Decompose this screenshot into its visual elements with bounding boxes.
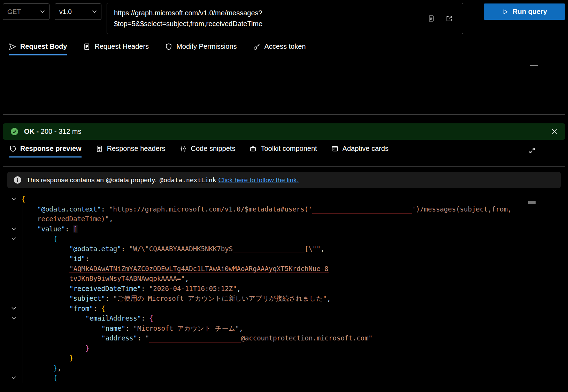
token-punc: : xyxy=(125,324,133,332)
indent-guide xyxy=(39,323,39,333)
code-line: } xyxy=(3,343,565,353)
tab-adaptive-cards[interactable]: Adaptive cards xyxy=(331,145,389,157)
token-key: "subject" xyxy=(69,294,105,302)
tab-request-headers[interactable]: Request Headers xyxy=(83,43,149,55)
token-key: "from" xyxy=(69,305,93,312)
token-str: "Microsoft アカウント チーム" xyxy=(133,324,239,332)
version-dropdown[interactable]: v1.0 xyxy=(55,3,101,20)
token-punc: , xyxy=(239,324,243,332)
url-line-1: https://graph.microsoft.com/v1.0/me/mess… xyxy=(114,8,423,18)
collapse-chevron-icon[interactable] xyxy=(9,313,18,323)
collapse-chevron-icon[interactable] xyxy=(9,234,18,244)
tab-response-headers[interactable]: Response headers xyxy=(95,145,166,157)
method-label: GET xyxy=(7,8,21,16)
code-braces-icon xyxy=(179,145,187,153)
indent-guide xyxy=(23,224,23,234)
status-banner: OK - 200 - 312 ms xyxy=(3,123,565,140)
run-query-button[interactable]: Run query xyxy=(484,3,565,20)
code-line: }, xyxy=(3,363,565,373)
send-icon xyxy=(9,43,16,51)
indent-guide xyxy=(55,323,55,333)
token-punc: : xyxy=(65,225,73,233)
close-icon[interactable] xyxy=(550,127,559,136)
token-b2m: [ xyxy=(73,225,77,233)
token-b1: { xyxy=(101,305,105,312)
token-key: "emailAddress" xyxy=(85,314,141,322)
token-b2: { xyxy=(149,314,153,322)
follow-link[interactable]: Click here to follow the link. xyxy=(218,176,299,184)
indent-guide xyxy=(71,333,71,343)
tab-request-body[interactable]: Request Body xyxy=(9,43,67,55)
chevron-down-icon xyxy=(40,10,45,13)
token-key: "@odata.context" xyxy=(37,205,101,213)
tab-label: Modify Permissions xyxy=(176,43,237,51)
token-punc: , xyxy=(109,215,113,223)
token-key: "address" xyxy=(101,334,137,342)
indent-guide xyxy=(23,293,23,303)
indent-guide xyxy=(55,284,55,294)
code-line: receivedDateTime)", xyxy=(3,214,565,224)
request-bar: GET v1.0 https://graph.microsoft.com/v1.… xyxy=(0,0,568,34)
request-url-input[interactable]: https://graph.microsoft.com/v1.0/me/mess… xyxy=(107,3,463,34)
info-message-text: This response contains an @odata propert… xyxy=(26,176,158,184)
method-dropdown[interactable]: GET xyxy=(3,3,49,20)
token-str: "2026-04-11T16:05:12Z" xyxy=(149,285,237,292)
token-gapR xyxy=(312,205,412,214)
indent-guide xyxy=(23,244,23,254)
editor-scrollbar[interactable] xyxy=(530,65,538,66)
token-gapR xyxy=(149,334,241,343)
token-str: "ご使用の Microsoft アカウントに新しいアプリが接続されました" xyxy=(113,294,327,302)
request-body-editor[interactable] xyxy=(3,64,565,115)
indent-guide xyxy=(23,274,23,284)
tab-code-snippets[interactable]: Code snippets xyxy=(179,145,236,157)
tab-response-preview[interactable]: Response preview xyxy=(9,145,82,157)
collapse-chevron-icon[interactable] xyxy=(9,194,18,204)
indent-guide xyxy=(71,343,71,353)
shield-icon xyxy=(165,43,172,51)
tab-access-token[interactable]: Access token xyxy=(253,43,306,55)
indent-guide xyxy=(55,313,55,323)
indent-guide xyxy=(39,303,39,314)
code-line: "@odata.context": "https://graph.microso… xyxy=(3,204,565,214)
indent-guide xyxy=(55,254,55,264)
indent-guide xyxy=(39,363,39,373)
version-label: v1.0 xyxy=(59,8,72,16)
tab-toolkit-component[interactable]: Toolkit component xyxy=(249,145,317,157)
indent-guide xyxy=(39,284,39,294)
token-b2: } xyxy=(85,344,89,352)
code-line: { xyxy=(3,373,565,383)
indent-guide xyxy=(23,373,23,383)
token-key: "value" xyxy=(37,225,65,233)
token-b3: } xyxy=(53,364,57,372)
token-str: [\"" xyxy=(305,245,321,253)
info-message: This response contains an @odata propert… xyxy=(26,176,299,184)
tab-modify-permissions[interactable]: Modify Permissions xyxy=(165,43,237,55)
collapse-chevron-icon[interactable] xyxy=(9,224,18,234)
indent-guide xyxy=(23,333,23,343)
chevron-down-icon xyxy=(92,10,97,13)
docs-icon[interactable] xyxy=(427,14,436,23)
indent-guide xyxy=(39,234,39,244)
indent-guide xyxy=(39,254,39,264)
code-line: } xyxy=(3,353,565,363)
expand-icon[interactable] xyxy=(528,147,536,157)
token-punc: , xyxy=(185,275,189,282)
code-line: "subject": "ご使用の Microsoft アカウントに新しいアプリが… xyxy=(3,293,565,303)
indent-guide xyxy=(23,214,23,224)
token-str: receivedDateTime)" xyxy=(37,215,109,223)
share-icon[interactable] xyxy=(445,14,454,23)
token-str: @accountprotection.microsoft.com" xyxy=(241,334,373,342)
collapse-chevron-icon[interactable] xyxy=(9,303,18,314)
indent-guide xyxy=(71,323,71,333)
tab-label: Request Headers xyxy=(94,43,149,51)
token-b1: { xyxy=(21,195,25,203)
indent-guide xyxy=(23,363,23,373)
status-code-bold: OK - xyxy=(24,128,41,135)
tab-label: Access token xyxy=(264,43,306,51)
document-arrow-icon xyxy=(95,145,103,153)
code-line: "AQMkADAwATNiZmYAZC0zODEwLTg4ADc1LTAwAi0… xyxy=(3,264,565,274)
indent-guide xyxy=(55,333,55,343)
response-code[interactable]: {"@odata.context": "https://graph.micros… xyxy=(3,194,565,383)
collapse-chevron-icon[interactable] xyxy=(9,373,18,383)
token-punc: , xyxy=(57,364,61,372)
